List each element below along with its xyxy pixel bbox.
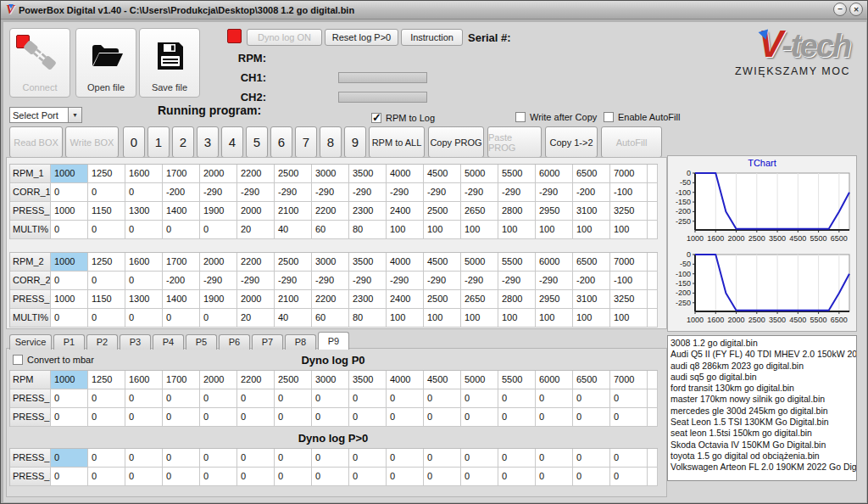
grid-cell[interactable]: 0	[163, 449, 200, 468]
grid-cell[interactable]: -290	[237, 183, 275, 202]
rpm-to-log-checkbox[interactable]: RPM to Log	[371, 113, 435, 123]
grid-cell[interactable]: 100	[498, 221, 536, 239]
grid-cell[interactable]: 3000	[312, 253, 349, 272]
grid-cell[interactable]: 100	[424, 221, 461, 239]
grid-cell[interactable]: 0	[51, 272, 88, 290]
grid-cell[interactable]: -200	[163, 183, 200, 202]
grid-cell[interactable]: 0	[200, 389, 237, 408]
grid-cell[interactable]: 2950	[536, 202, 573, 221]
grid-cell[interactable]: 1150	[88, 202, 125, 221]
grid-cell[interactable]: 1600	[125, 165, 163, 183]
grid-cell[interactable]: 0	[349, 468, 387, 486]
grid-cell[interactable]: 5500	[498, 371, 536, 389]
digit-button-3[interactable]: 3	[197, 126, 219, 158]
grid-cell[interactable]: 0	[424, 449, 461, 468]
checkbox-box[interactable]	[604, 112, 614, 122]
file-list-item[interactable]: Volkswagen Arteon FL 2.0 190KM 2022 Go D…	[670, 462, 856, 473]
grid-cell[interactable]: 0	[610, 449, 648, 468]
grid-cell[interactable]: 0	[312, 468, 349, 486]
checkbox-box[interactable]	[371, 113, 381, 123]
grid-cell[interactable]: 2000	[200, 253, 237, 272]
grid-cell[interactable]: 2000	[200, 371, 237, 389]
grid-cell[interactable]: -290	[387, 272, 424, 290]
grid-cell[interactable]: -290	[498, 272, 536, 290]
grid-cell[interactable]: 0	[200, 468, 237, 486]
grid-cell[interactable]: 100	[536, 309, 573, 328]
grid-cell[interactable]: 0	[312, 449, 349, 468]
grid-cell[interactable]: 0	[573, 389, 610, 408]
grid-cell[interactable]: 0	[125, 221, 163, 239]
grid-cell[interactable]: -290	[237, 272, 275, 290]
grid-cell[interactable]: 0	[51, 221, 88, 239]
grid-cell[interactable]: 0	[88, 309, 125, 328]
grid-cell[interactable]: -290	[387, 183, 424, 202]
grid-cell[interactable]: 3100	[573, 290, 610, 309]
grid-cell[interactable]: 2100	[275, 290, 312, 309]
file-list-item[interactable]: Seat Leon 1.5 TSI 130KM Go Digital.bin	[670, 417, 856, 428]
grid-cell[interactable]: 4000	[387, 165, 424, 183]
digit-button-8[interactable]: 8	[320, 126, 342, 158]
file-list[interactable]: 3008 1.2 go digital.binAudi Q5 II (FY FL…	[667, 335, 857, 481]
digit-button-7[interactable]: 7	[295, 126, 317, 158]
grid-cell[interactable]: 0	[387, 389, 424, 408]
grid-cell[interactable]: -290	[275, 183, 312, 202]
grid-cell[interactable]: 1300	[125, 202, 163, 221]
grid-cell[interactable]: 60	[312, 309, 349, 328]
grid-cell[interactable]: -100	[610, 183, 648, 202]
grid-cell[interactable]: 0	[312, 389, 349, 408]
tab-p8[interactable]: P8	[285, 334, 316, 350]
minimize-button[interactable]	[833, 3, 847, 16]
grid-cell[interactable]: 0	[200, 449, 237, 468]
grid-cell[interactable]: 2650	[461, 290, 498, 309]
copy-prog-button[interactable]: Copy PROG	[428, 126, 484, 158]
tab-p7[interactable]: P7	[252, 334, 283, 350]
grid-cell[interactable]: 0	[88, 449, 125, 468]
grid-cell[interactable]: 100	[424, 309, 461, 328]
grid-cell[interactable]: 2100	[275, 202, 312, 221]
grid-cell[interactable]: 3500	[349, 165, 387, 183]
grid-cell[interactable]: 0	[424, 389, 461, 408]
grid-cell[interactable]: 100	[387, 221, 424, 239]
grid-cell[interactable]: 1900	[200, 202, 237, 221]
paste-prog-button[interactable]: Paste PROG	[487, 126, 542, 158]
grid-cell[interactable]: 5500	[498, 253, 536, 272]
grid-cell[interactable]: 2200	[237, 165, 275, 183]
grid-cell[interactable]: 2950	[536, 290, 573, 309]
grid-cell[interactable]: 100	[461, 221, 498, 239]
digit-button-6[interactable]: 6	[270, 126, 292, 158]
grid-cell[interactable]: 5000	[461, 165, 498, 183]
grid-cell[interactable]: 100	[461, 309, 498, 328]
grid-cell[interactable]: 0	[498, 449, 536, 468]
file-list-item[interactable]: audi sq5 go digital.bin	[670, 372, 856, 383]
grid-cell[interactable]: 0	[349, 449, 387, 468]
grid-cell[interactable]: 1000	[51, 290, 88, 309]
grid-cell[interactable]: 20	[237, 221, 275, 239]
grid-cell[interactable]: -100	[610, 272, 648, 290]
grid-cell[interactable]: 0	[237, 468, 275, 486]
dropdown-arrow-icon[interactable]	[68, 108, 81, 122]
digit-button-9[interactable]: 9	[344, 126, 366, 158]
file-list-item[interactable]: audi q8 286km 2023 go digital.bin	[670, 361, 856, 372]
grid-cell[interactable]: 2650	[461, 202, 498, 221]
grid-cell[interactable]: -290	[536, 272, 573, 290]
grid-cell[interactable]: 1900	[200, 290, 237, 309]
grid-cell[interactable]: 0	[237, 389, 275, 408]
grid-cell[interactable]: -290	[461, 183, 498, 202]
grid-cell[interactable]: 0	[51, 468, 88, 486]
grid-cell[interactable]: 2200	[237, 253, 275, 272]
grid-cell[interactable]: 0	[125, 449, 163, 468]
close-button[interactable]	[849, 3, 863, 16]
grid-cell[interactable]: 2800	[498, 290, 536, 309]
grid-cell[interactable]: 0	[88, 408, 125, 427]
grid-cell[interactable]: -290	[424, 183, 461, 202]
grid-cell[interactable]: 0	[163, 468, 200, 486]
grid-cell[interactable]: 2000	[237, 202, 275, 221]
grid-cell[interactable]: 3250	[610, 202, 648, 221]
grid-cell[interactable]: 0	[498, 408, 536, 427]
grid-cell[interactable]: 1600	[125, 253, 163, 272]
grid-cell[interactable]: 0	[163, 389, 200, 408]
file-list-item[interactable]: Audi Q5 II (FY FL) 40 TDI MHEV 2.0 150kW…	[670, 349, 856, 360]
grid-cell[interactable]: 2200	[312, 290, 349, 309]
grid-cell[interactable]: 1250	[88, 371, 125, 389]
grid-cell[interactable]: 0	[573, 408, 610, 427]
